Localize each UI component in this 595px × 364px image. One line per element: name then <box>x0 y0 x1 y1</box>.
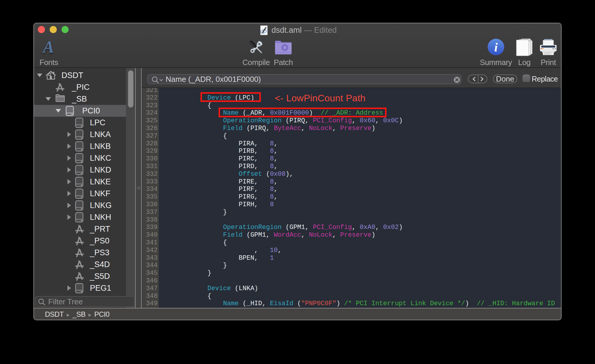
svg-text:i: i <box>494 40 498 54</box>
